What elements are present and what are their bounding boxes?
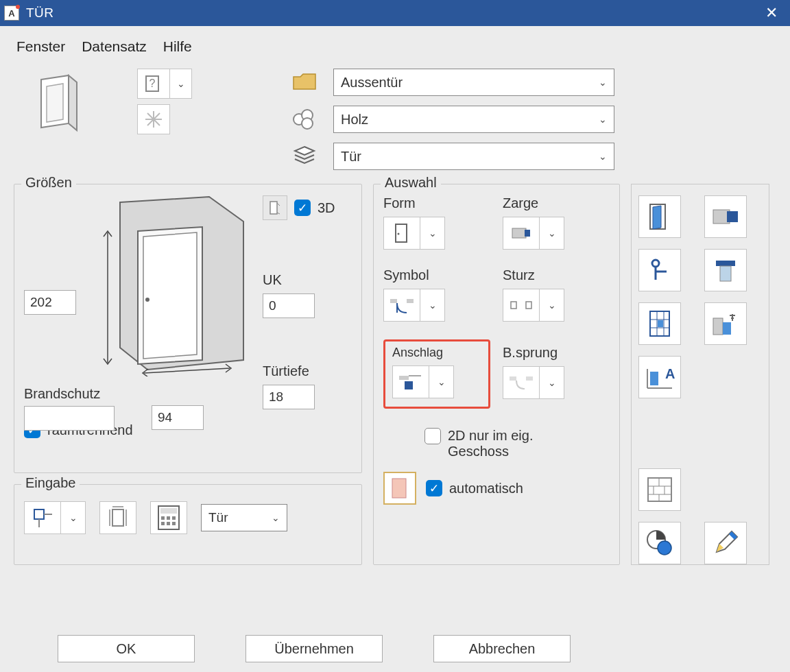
folder-icon [289,70,320,95]
lintel-button[interactable] [704,249,747,291]
color-button[interactable] [638,522,681,564]
svg-rect-42 [510,376,516,381]
eingabe-combo[interactable]: Tür⌄ [201,504,287,531]
brandschutz-input[interactable] [24,406,115,431]
material-combo[interactable]: Holz⌄ [333,106,614,133]
form-label: Form [383,195,490,211]
svg-rect-26 [172,516,176,520]
three-d-checkbox[interactable]: ✓ [294,200,311,216]
close-icon[interactable]: ✕ [757,4,786,22]
symbol-label: Symbol [383,267,490,283]
brandschutz-label: Brandschutz [24,386,115,402]
layer-combo[interactable]: Tür⌄ [333,143,614,170]
grid-button[interactable] [638,302,681,345]
svg-rect-65 [648,478,671,501]
svg-rect-58 [658,320,663,327]
library-dropdown[interactable]: ⌄ [170,69,192,99]
svg-rect-59 [713,318,723,335]
groessen-fieldset: Größen [14,184,362,473]
three-d-label: 3D [318,200,335,216]
svg-rect-33 [525,230,530,237]
uebernehmen-button[interactable]: Übernehmen [246,635,383,662]
zweid-checkbox[interactable] [424,428,441,444]
view-mode-button[interactable] [263,195,287,220]
svg-rect-40 [405,381,413,389]
svg-point-8 [302,118,313,129]
eingabe-calc-button[interactable] [150,501,187,534]
eingabe-fieldset: Eingabe ⌄ Tür⌄ [14,484,362,565]
eingabe-label: Eingabe [21,475,80,491]
abbrechen-button[interactable]: Abbrechen [433,635,571,662]
right-toolbar: A [631,184,769,565]
menu-fenster[interactable]: Fenster [16,38,65,55]
svg-rect-25 [167,516,170,520]
door-swing-button[interactable] [638,195,681,238]
ok-button[interactable]: OK [58,635,195,662]
auswahl-fieldset: Auswahl Form ⌄ Zarge ⌄ [373,184,620,565]
titlebar: A TÜR ✕ [0,0,790,26]
menu-datensatz[interactable]: Datensatz [82,38,147,55]
door-preview-icon [34,74,82,143]
form-dropdown[interactable]: ⌄ [383,217,490,250]
anschlag-dropdown[interactable]: ⌄ [392,365,481,398]
material-icon [289,107,320,132]
svg-rect-27 [161,522,165,525]
pencil-button[interactable] [704,522,747,564]
freeze-button[interactable] [137,104,170,134]
svg-point-73 [658,541,671,555]
tuertiefe-input[interactable]: 18 [263,385,315,409]
svg-rect-60 [723,322,731,335]
svg-rect-28 [167,522,170,525]
uk-label: UK [263,272,335,288]
hatch-button[interactable] [638,468,681,511]
svg-rect-24 [161,516,165,520]
svg-text:A: A [665,366,675,381]
svg-rect-39 [399,376,409,380]
zarge-dropdown[interactable]: ⌄ [503,217,610,250]
menu-hilfe[interactable]: Hilfe [163,38,192,55]
uk-input[interactable]: 0 [263,293,315,318]
svg-rect-63 [650,372,658,385]
svg-rect-37 [511,302,516,309]
svg-rect-43 [526,376,533,381]
config-button[interactable] [704,302,747,345]
type-combo[interactable]: Aussentür⌄ [333,69,614,96]
eingabe-mode-dropdown[interactable]: ⌄ [24,501,86,534]
layers-icon [289,144,320,169]
auto-preview-button[interactable] [383,472,416,505]
auto-checkbox[interactable]: ✓ [426,480,442,496]
bsprung-dropdown[interactable]: ⌄ [503,366,610,399]
zweid-label: 2D nur im eig. Geschoss [448,428,564,459]
zarge-label: Zarge [503,195,610,211]
tuertiefe-label: Türtiefe [263,363,335,379]
handle-button[interactable] [638,249,681,291]
svg-rect-29 [172,522,176,525]
svg-rect-18 [112,509,123,526]
svg-rect-30 [396,224,407,242]
symbol-dropdown[interactable]: ⌄ [383,289,490,322]
annotation-button[interactable]: A [638,356,681,398]
svg-rect-12 [270,202,277,214]
svg-rect-38 [526,302,531,309]
svg-point-9 [145,298,149,302]
auto-label: automatisch [449,481,523,496]
svg-rect-34 [390,299,397,303]
auswahl-label: Auswahl [381,175,441,191]
eingabe-dim-button[interactable] [99,501,136,534]
height-input[interactable]: 202 [24,290,76,315]
app-icon: A [4,5,19,21]
bsprung-label: B.sprung [503,345,610,361]
svg-point-31 [398,233,400,235]
frame-button[interactable] [704,195,747,238]
svg-rect-32 [512,228,526,238]
svg-point-48 [652,260,659,267]
groessen-label: Größen [21,175,76,191]
svg-rect-52 [720,266,731,281]
width-input[interactable]: 94 [152,405,204,430]
svg-rect-15 [34,509,44,519]
svg-rect-35 [407,299,414,303]
sturz-dropdown[interactable]: ⌄ [503,289,610,322]
library-button[interactable]: ? [137,69,170,99]
svg-text:?: ? [149,77,156,89]
window-title: TÜR [26,5,54,21]
